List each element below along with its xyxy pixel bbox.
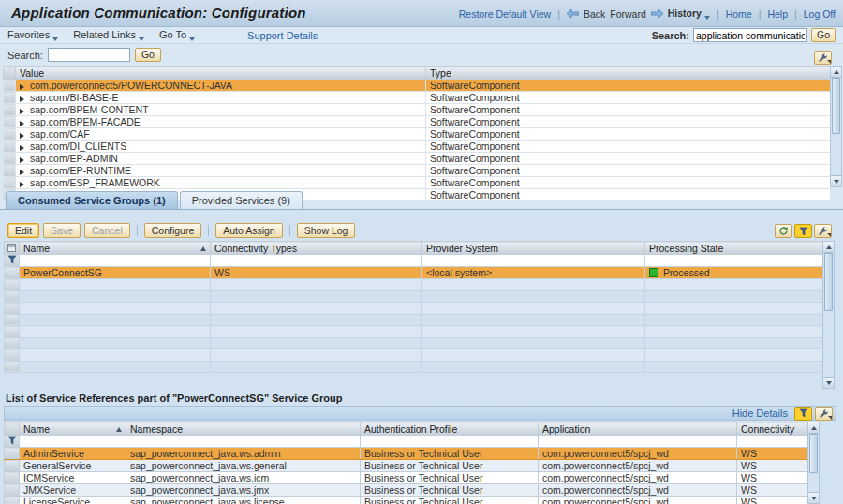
column-header-name[interactable]: Name bbox=[20, 242, 211, 255]
expand-icon[interactable] bbox=[20, 170, 24, 175]
table-row[interactable]: sap.com/EP-ADMIN SoftwareComponent bbox=[4, 153, 831, 165]
history-menu-button[interactable]: History bbox=[668, 7, 710, 20]
namespace-cell[interactable]: sap_powerconnect_java.ws.general bbox=[126, 460, 361, 472]
filter-state-input[interactable] bbox=[646, 256, 821, 266]
scroll-down-button[interactable] bbox=[831, 175, 841, 186]
name-cell[interactable]: PowerConnectSG bbox=[20, 267, 211, 279]
support-details-link[interactable]: Support Details bbox=[247, 30, 318, 41]
auto-assign-button[interactable]: Auto Assign bbox=[215, 223, 282, 238]
column-header-connectivity[interactable]: Connectivity bbox=[737, 422, 808, 436]
name-cell[interactable]: LicenseService bbox=[20, 497, 126, 504]
column-header-provider-system[interactable]: Provider System bbox=[422, 242, 645, 255]
expand-icon[interactable] bbox=[20, 157, 24, 163]
type-cell[interactable]: SoftwareComponent bbox=[426, 128, 831, 141]
application-cell[interactable]: com.powerconnect5/spcj_wd bbox=[539, 460, 737, 472]
value-cell[interactable]: sap.com/DI_CLIENTS bbox=[16, 141, 426, 153]
scroll-up-button[interactable] bbox=[823, 242, 834, 253]
row-selector-cell[interactable] bbox=[5, 448, 20, 460]
state-cell[interactable]: Processed bbox=[645, 267, 823, 279]
table-settings-button[interactable] bbox=[814, 224, 832, 238]
connectivity-cell[interactable]: WS bbox=[737, 448, 808, 460]
value-cell[interactable]: sap.com/EP-ADMIN bbox=[16, 153, 426, 165]
type-cell[interactable]: SoftwareComponent bbox=[426, 177, 831, 189]
table-row[interactable]: sap.com/BPEM-FACADE SoftwareComponent bbox=[4, 116, 831, 128]
column-header-type[interactable]: Type bbox=[426, 67, 831, 80]
row-selector-cell[interactable] bbox=[4, 141, 16, 153]
scroll-thumb[interactable] bbox=[832, 78, 840, 134]
table-row[interactable]: LicenseService sap_powerconnect_java.ws.… bbox=[5, 497, 808, 504]
filter-connectivity-input[interactable] bbox=[212, 256, 421, 266]
table-row[interactable]: sap.com/DI_CLIENTS SoftwareComponent bbox=[4, 141, 831, 153]
filter-name-input[interactable] bbox=[21, 437, 125, 447]
column-header-value[interactable]: Value bbox=[16, 67, 426, 80]
tab-consumed-service-groups[interactable]: Consumed Service Groups (1) bbox=[6, 191, 178, 209]
auth-profile-cell[interactable]: Business or Technical User bbox=[361, 484, 539, 497]
namespace-cell[interactable]: sap_powerconnect_java.ws.license bbox=[126, 497, 361, 504]
table-row[interactable]: JMXService sap_powerconnect_java.ws.jmx … bbox=[5, 484, 808, 497]
value-cell[interactable]: sap.com/ESP_FRAMEWORK bbox=[16, 177, 426, 189]
back-arrow-icon[interactable] bbox=[567, 8, 579, 20]
show-log-button[interactable]: Show Log bbox=[297, 223, 356, 238]
filter-application-input[interactable] bbox=[540, 437, 735, 447]
filter-cell[interactable] bbox=[5, 255, 20, 267]
filter-namespace-input[interactable] bbox=[127, 437, 359, 447]
column-header-name[interactable]: Name bbox=[20, 422, 126, 436]
expand-icon[interactable] bbox=[20, 96, 24, 102]
namespace-cell[interactable]: sap_powerconnect_java.ws.jmx bbox=[126, 484, 361, 497]
tab-provided-services[interactable]: Provided Services (9) bbox=[180, 191, 303, 209]
menu-favorites[interactable]: Favorites bbox=[7, 29, 58, 41]
filter-toggle-button[interactable] bbox=[794, 407, 812, 421]
home-link[interactable]: Home bbox=[726, 8, 752, 20]
name-cell[interactable]: ICMService bbox=[20, 472, 126, 484]
row-selector-cell[interactable] bbox=[5, 497, 20, 504]
type-cell[interactable]: SoftwareComponent bbox=[426, 80, 831, 92]
expand-icon[interactable] bbox=[20, 133, 24, 139]
filter-toggle-button[interactable] bbox=[794, 224, 812, 238]
expand-icon[interactable] bbox=[20, 109, 24, 114]
namespace-cell[interactable]: sap_powerconnect_java.ws.icm bbox=[126, 472, 361, 484]
connectivity-cell[interactable]: WS bbox=[737, 460, 808, 472]
provider-cell[interactable]: <local system> bbox=[422, 267, 645, 279]
column-header-auth-profile[interactable]: Authentication Profile bbox=[361, 422, 539, 436]
expand-icon[interactable] bbox=[20, 182, 24, 187]
row-selector-cell[interactable] bbox=[4, 92, 16, 104]
value-cell[interactable]: sap.com/CAF bbox=[16, 128, 426, 141]
select-all-header[interactable] bbox=[5, 242, 20, 255]
table-row[interactable]: GeneralService sap_powerconnect_java.ws.… bbox=[5, 460, 808, 472]
global-search-input[interactable] bbox=[693, 28, 807, 42]
connectivity-cell[interactable]: WS bbox=[211, 267, 422, 279]
application-cell[interactable]: com.powerconnect5/spcj_wd bbox=[539, 484, 737, 497]
name-cell[interactable]: GeneralService bbox=[20, 460, 126, 472]
table-row[interactable]: sap.com/CAF SoftwareComponent bbox=[4, 128, 831, 141]
name-cell[interactable]: AdminService bbox=[20, 448, 126, 460]
global-search-go-button[interactable]: Go bbox=[811, 28, 836, 42]
application-cell[interactable]: com.powerconnect5/spcj_wd bbox=[539, 497, 737, 504]
menu-related-links[interactable]: Related Links bbox=[73, 29, 144, 41]
column-header-namespace[interactable]: Namespace bbox=[126, 422, 361, 436]
connectivity-cell[interactable]: WS bbox=[737, 484, 808, 497]
scroll-down-button[interactable] bbox=[808, 492, 819, 503]
column-header-connectivity-types[interactable]: Connectivity Types bbox=[211, 242, 422, 255]
row-selector-cell[interactable] bbox=[5, 267, 20, 279]
row-selector-cell[interactable] bbox=[4, 128, 16, 141]
type-cell[interactable]: SoftwareComponent bbox=[426, 165, 831, 177]
filter-auth-profile-input[interactable] bbox=[362, 437, 537, 447]
type-cell[interactable]: SoftwareComponent bbox=[426, 116, 831, 128]
column-header-application[interactable]: Application bbox=[539, 422, 737, 436]
row-selector-cell[interactable] bbox=[5, 484, 20, 497]
application-cell[interactable]: com.powerconnect5/spcj_wd bbox=[539, 448, 737, 460]
expand-icon[interactable] bbox=[20, 84, 24, 90]
save-button[interactable]: Save bbox=[43, 223, 81, 238]
table-row[interactable]: PowerConnectSG WS <local system> Process… bbox=[5, 267, 823, 279]
menu-go-to[interactable]: Go To bbox=[159, 29, 195, 41]
type-cell[interactable]: SoftwareComponent bbox=[426, 153, 831, 165]
restore-default-view-link[interactable]: Restore Default View bbox=[459, 8, 551, 20]
table-row[interactable]: sap.com/EP-RUNTIME SoftwareComponent bbox=[4, 165, 831, 177]
mid-table-scrollbar[interactable] bbox=[822, 241, 835, 389]
value-cell[interactable]: sap.com/EP-RUNTIME bbox=[16, 165, 426, 177]
logoff-link[interactable]: Log Off bbox=[804, 8, 836, 20]
table-row[interactable]: sap.com/ESP_FRAMEWORK SoftwareComponent bbox=[4, 177, 831, 189]
filter-connectivity-input[interactable] bbox=[738, 437, 806, 447]
filter-name-input[interactable] bbox=[21, 256, 209, 266]
back-link[interactable]: Back bbox=[584, 8, 605, 20]
